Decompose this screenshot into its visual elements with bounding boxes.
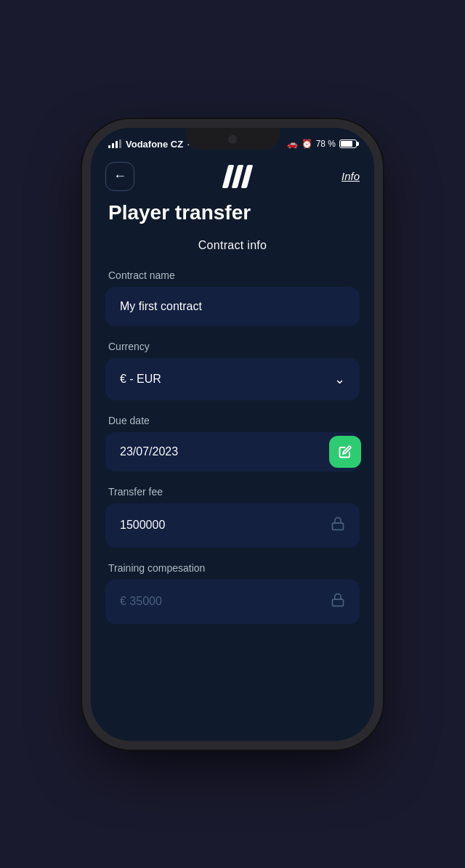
info-button[interactable]: Info bbox=[341, 170, 360, 182]
svg-rect-0 bbox=[333, 523, 344, 530]
lock-icon bbox=[331, 593, 345, 611]
field-input-training-compensation[interactable]: € 35000 bbox=[105, 580, 360, 624]
field-label-contract-name: Contract name bbox=[105, 269, 360, 281]
field-input-transfer-fee[interactable]: 1500000 bbox=[105, 503, 360, 548]
content-area: Player transfer Contract info Contract n… bbox=[91, 201, 374, 741]
field-group-transfer-fee: Transfer fee1500000 bbox=[105, 486, 360, 548]
field-group-due-date: Due date23/07/2023 bbox=[105, 415, 360, 471]
field-value-transfer-fee: 1500000 bbox=[120, 519, 165, 532]
field-value-due-date: 23/07/2023 bbox=[120, 445, 178, 458]
field-input-currency[interactable]: € - EUR⌄ bbox=[105, 358, 360, 400]
field-placeholder-training-compensation: € 35000 bbox=[120, 595, 162, 608]
signal-icon bbox=[108, 139, 121, 148]
field-label-training-compensation: Training compesation bbox=[105, 562, 360, 574]
camera-notch bbox=[228, 135, 237, 144]
page-title: Player transfer bbox=[105, 201, 360, 224]
svg-rect-1 bbox=[333, 599, 344, 606]
field-group-training-compensation: Training compesation€ 35000 bbox=[105, 562, 360, 624]
status-left: Vodafone CZ ≈ bbox=[108, 139, 193, 150]
lock-icon bbox=[331, 516, 345, 535]
field-label-due-date: Due date bbox=[105, 415, 360, 426]
carrier-label: Vodafone CZ bbox=[126, 139, 183, 150]
field-label-transfer-fee: Transfer fee bbox=[105, 486, 360, 498]
back-button[interactable]: ← bbox=[105, 162, 134, 191]
field-input-due-date[interactable]: 23/07/2023 bbox=[105, 432, 360, 471]
phone-screen: Vodafone CZ ≈ 23:50 🚗 ⏰ 78 % ← bbox=[91, 128, 374, 741]
edit-button[interactable] bbox=[329, 436, 361, 468]
field-group-currency: Currency€ - EUR⌄ bbox=[105, 341, 360, 400]
back-arrow-icon: ← bbox=[113, 169, 126, 184]
battery-percent: 78 % bbox=[316, 139, 336, 149]
battery-icon bbox=[339, 139, 357, 148]
alarm-icon: ⏰ bbox=[302, 139, 312, 149]
fields-container: Contract nameMy first contractCurrency€ … bbox=[105, 269, 360, 624]
field-value-currency: € - EUR bbox=[120, 373, 161, 386]
app-logo bbox=[225, 165, 250, 188]
phone-frame: Vodafone CZ ≈ 23:50 🚗 ⏰ 78 % ← bbox=[91, 128, 374, 741]
logo-slash-3 bbox=[241, 165, 254, 188]
field-value-contract-name: My first contract bbox=[120, 300, 202, 313]
wifi-icon: ≈ bbox=[187, 139, 193, 149]
car-icon: 🚗 bbox=[287, 139, 298, 149]
nav-bar: ← Info bbox=[91, 155, 374, 201]
status-right: 🚗 ⏰ 78 % bbox=[287, 139, 357, 149]
field-label-currency: Currency bbox=[105, 341, 360, 352]
section-title: Contract info bbox=[105, 239, 360, 252]
field-input-contract-name[interactable]: My first contract bbox=[105, 287, 360, 326]
chevron-down-icon: ⌄ bbox=[334, 371, 345, 387]
field-group-contract-name: Contract nameMy first contract bbox=[105, 269, 360, 326]
